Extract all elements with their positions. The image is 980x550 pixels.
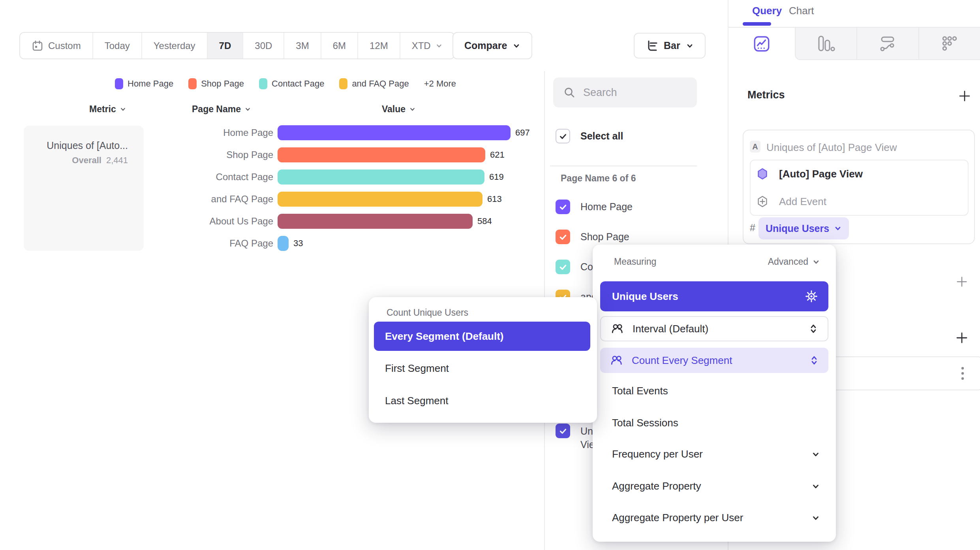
date-button-label: 12M	[370, 40, 388, 51]
bar-chart: Home Page 697 Shop Page 621 Contact Page…	[0, 125, 530, 258]
tab-chart[interactable]: Chart	[789, 5, 814, 17]
expand-chevron-icon[interactable]	[811, 450, 820, 459]
legend-item[interactable]: Contact Page	[259, 78, 324, 89]
chart-row: and FAQ Page 613	[0, 192, 530, 207]
chart-type-label: Bar	[664, 40, 680, 51]
bar-shop-page[interactable]	[278, 147, 485, 162]
measure-option-total-events[interactable]: Total Events	[612, 385, 668, 397]
gear-icon[interactable]	[805, 290, 818, 303]
panel-divider	[550, 166, 697, 166]
segment-option-last-segment[interactable]: Last Segment	[385, 395, 448, 407]
report-type-funnels-tab[interactable]	[795, 27, 856, 60]
bar-contact-page[interactable]	[278, 170, 484, 185]
interval-label: Interval (Default)	[633, 323, 708, 335]
bar-value: 613	[487, 194, 502, 204]
segment-checkbox[interactable]	[556, 424, 570, 438]
chart-type-button[interactable]: Bar	[634, 33, 706, 58]
segment-row-truncated[interactable]: Unl Vie	[556, 424, 595, 451]
count-mode-selector[interactable]: Count Every Segment	[600, 348, 828, 373]
compare-label: Compare	[464, 40, 507, 51]
column-header-page-name[interactable]: Page Name	[192, 104, 251, 115]
tab-query[interactable]: Query	[752, 5, 782, 17]
measure-option-label: Unique Users	[612, 290, 678, 303]
report-type-retention-tab[interactable]	[918, 27, 980, 60]
advanced-dropdown[interactable]: Advanced	[768, 256, 820, 267]
select-all-row[interactable]: Select all	[556, 129, 623, 143]
legend-swatch	[339, 78, 347, 89]
date-button-label: 6M	[333, 40, 346, 51]
bar-about-us-page[interactable]	[278, 214, 473, 229]
date-7d-button[interactable]: 7D	[208, 33, 244, 58]
search-icon	[563, 86, 576, 99]
bar-faq-page[interactable]	[278, 236, 289, 251]
bar-and-faq-page[interactable]	[278, 192, 482, 207]
segment-option-first-segment[interactable]: First Segment	[385, 362, 449, 375]
measure-option-total-sessions[interactable]: Total Sessions	[612, 417, 678, 429]
legend-item[interactable]: Shop Page	[188, 78, 244, 89]
legend-more-label[interactable]: +2 More	[424, 79, 456, 89]
segment-option-label: Last Segment	[385, 395, 448, 407]
measure-option-frequency-per-user[interactable]: Frequency per User	[612, 448, 703, 460]
date-6m-button[interactable]: 6M	[321, 33, 358, 58]
sort-chevron-icon	[244, 106, 251, 113]
legend-label: Contact Page	[272, 79, 324, 89]
measure-option-unique-users[interactable]: Unique Users	[600, 281, 828, 311]
segment-row-shop-page[interactable]: Shop Page	[556, 230, 629, 244]
legend-item[interactable]: Home Page	[115, 78, 173, 89]
add-filter-button[interactable]	[956, 275, 968, 288]
column-header-metric[interactable]: Metric	[89, 104, 126, 115]
date-xtd-button[interactable]: XTD	[400, 33, 454, 58]
measure-option-label: Total Events	[612, 385, 668, 397]
report-type-flows-tab[interactable]	[856, 27, 918, 60]
bar-value: 621	[490, 150, 505, 160]
segment-option-every-segment[interactable]: Every Segment (Default)	[374, 322, 590, 351]
chevron-down-icon	[834, 224, 842, 232]
measuring-title: Measuring	[614, 256, 656, 267]
segment-checkbox[interactable]	[556, 230, 570, 244]
measure-option-aggregate-property-per-user[interactable]: Aggregate Property per User	[612, 512, 743, 524]
event-row[interactable]: [Auto] Page View	[756, 168, 863, 180]
segment-checkbox[interactable]	[556, 260, 570, 274]
stepper-icon	[809, 323, 817, 334]
legend-swatch	[259, 78, 267, 89]
expand-chevron-icon[interactable]	[811, 514, 820, 522]
plus-icon	[955, 331, 969, 345]
legend-item[interactable]: and FAQ Page	[339, 78, 409, 89]
segment-option-label: First Segment	[385, 362, 449, 374]
select-all-checkbox[interactable]	[556, 129, 570, 143]
add-event-row[interactable]: Add Event	[756, 195, 826, 208]
date-button-label: 30D	[255, 40, 272, 51]
date-yesterday-button[interactable]: Yesterday	[142, 33, 208, 58]
date-3m-button[interactable]: 3M	[284, 33, 321, 58]
date-12m-button[interactable]: 12M	[358, 33, 400, 58]
add-event-label: Add Event	[779, 196, 826, 208]
measure-option-aggregate-property[interactable]: Aggregate Property	[612, 480, 701, 492]
add-metric-button[interactable]	[958, 89, 971, 103]
measure-label: Unique Users	[766, 223, 829, 234]
chart-row: Home Page 697	[0, 125, 530, 140]
kebab-menu-button[interactable]	[961, 366, 965, 382]
stepper-icon	[810, 355, 818, 366]
report-type-insights-tab[interactable]	[728, 27, 795, 60]
measure-dropdown[interactable]: Unique Users	[758, 217, 849, 239]
search-input[interactable]: Search	[553, 77, 697, 107]
segment-checkbox[interactable]	[556, 200, 570, 214]
count-unique-users-popup: Count Unique Users Every Segment (Defaul…	[369, 297, 597, 423]
chevron-down-icon	[812, 258, 820, 266]
segment-row-home-page[interactable]: Home Page	[556, 200, 633, 214]
segment-row-contact-page[interactable]: Co	[556, 260, 593, 274]
add-breakdown-button[interactable]	[955, 331, 969, 345]
date-30d-button[interactable]: 30D	[243, 33, 284, 58]
flows-icon	[878, 34, 897, 53]
interval-selector[interactable]: Interval (Default)	[600, 316, 828, 341]
chevron-down-icon	[686, 42, 694, 50]
bar-home-page[interactable]	[278, 125, 511, 140]
segment-group-label: Page Name 6 of 6	[561, 173, 636, 184]
date-custom-button[interactable]: Custom	[20, 33, 93, 58]
bar-value: 33	[293, 238, 303, 249]
expand-chevron-icon[interactable]	[811, 482, 820, 491]
date-today-button[interactable]: Today	[93, 33, 142, 58]
compare-button[interactable]: Compare	[452, 32, 532, 59]
column-header-value[interactable]: Value	[382, 104, 416, 115]
chevron-down-icon	[513, 42, 520, 50]
